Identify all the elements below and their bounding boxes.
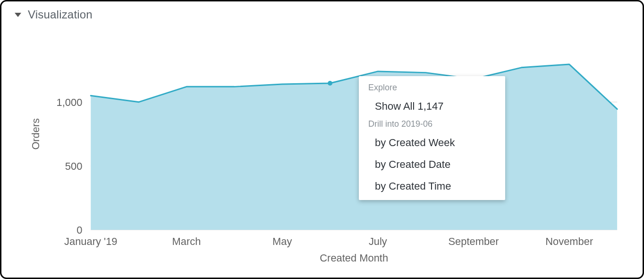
popover-show-all[interactable]: Show All 1,147 [359,96,505,117]
popover-drill-week[interactable]: by Created Week [359,132,505,154]
panel-title: Visualization [28,8,93,21]
area-fill [91,64,617,230]
x-tick: March [172,235,201,247]
y-tick: 1,000 [57,96,83,108]
visualization-panel: Visualization 05001,000January '19MarchM… [0,0,644,279]
x-tick: May [272,235,292,247]
data-point-highlight[interactable] [328,81,332,86]
orders-area-chart[interactable]: 05001,000January '19MarchMayJulySeptembe… [16,24,628,273]
y-axis-title: Orders [30,118,42,150]
popover-drill-date[interactable]: by Created Date [359,154,505,175]
collapse-caret-icon[interactable] [15,13,21,17]
x-tick: July [369,235,387,247]
y-tick: 500 [65,160,83,172]
x-tick: September [449,235,499,247]
panel-header: Visualization [1,1,643,25]
x-axis-title: Created Month [320,252,388,264]
popover-drill-heading: Drill into 2019-06 [359,117,505,132]
plot-area: 05001,000January '19MarchMayJulySeptembe… [16,24,628,273]
popover-explore-heading: Explore [359,81,505,96]
x-tick: January '19 [64,235,117,247]
x-tick: November [545,235,593,247]
popover-drill-time[interactable]: by Created Time [359,175,505,197]
drill-popover: Explore Show All 1,147 Drill into 2019-0… [359,76,505,200]
y-tick: 0 [76,224,82,236]
